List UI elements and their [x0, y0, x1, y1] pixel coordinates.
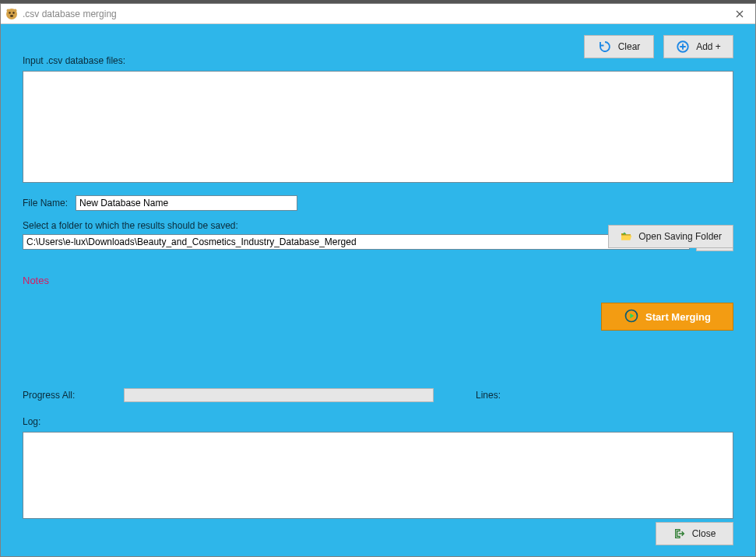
play-circle-icon [624, 308, 639, 326]
svg-point-5 [14, 9, 17, 12]
filename-input[interactable] [76, 195, 297, 211]
log-label: Log: [23, 416, 40, 427]
close-button[interactable]: Close [656, 522, 733, 545]
plus-circle-icon [676, 40, 690, 54]
filename-row: File Name: [23, 195, 733, 211]
undo-icon [598, 40, 612, 54]
open-saving-folder-label: Open Saving Folder [638, 231, 722, 242]
client-area: Clear Add + Input .csv database files: F… [1, 24, 755, 556]
top-toolbar: Clear Add + [584, 35, 733, 58]
filename-label: File Name: [23, 198, 68, 208]
progress-bar [124, 388, 434, 402]
open-saving-folder-button[interactable]: Open Saving Folder [608, 225, 733, 248]
dialog-window: .csv database merging Clear [0, 3, 756, 557]
svg-point-1 [9, 12, 10, 13]
exit-icon [673, 527, 686, 540]
window-title: .csv database merging [23, 9, 117, 19]
title-bar: .csv database merging [1, 4, 755, 24]
progress-row: Progress All: Lines: [23, 388, 733, 402]
clear-button[interactable]: Clear [584, 35, 654, 58]
log-output[interactable] [23, 432, 733, 519]
progress-all-label: Progress All: [23, 390, 108, 401]
svg-point-4 [7, 9, 10, 12]
input-files-list[interactable] [23, 71, 733, 183]
lines-label: Lines: [476, 390, 501, 401]
add-button-label: Add + [696, 41, 721, 52]
add-button[interactable]: Add + [663, 35, 733, 58]
close-button-label: Close [692, 528, 716, 539]
notes-label: Notes [23, 275, 733, 286]
app-icon [5, 8, 18, 20]
clear-button-label: Clear [618, 41, 641, 52]
svg-point-2 [12, 12, 14, 13]
folder-open-icon [620, 230, 632, 243]
window-close-button[interactable] [724, 4, 755, 24]
start-merging-button[interactable]: Start Merging [601, 303, 733, 331]
svg-point-3 [10, 15, 13, 17]
save-folder-input[interactable] [23, 234, 690, 250]
start-merging-label: Start Merging [645, 311, 711, 323]
